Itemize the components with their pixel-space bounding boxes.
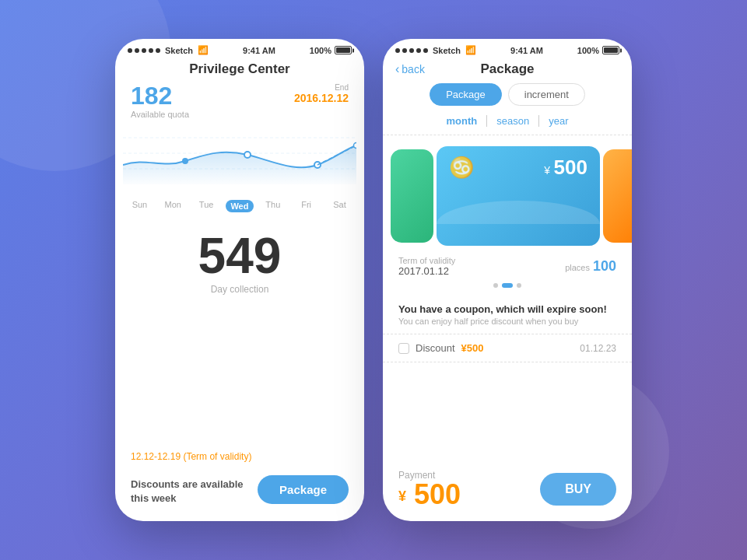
validity-label: Term of validity: [398, 256, 455, 265]
svg-point-7: [354, 143, 357, 149]
discount-left: Discount ¥500: [398, 342, 484, 354]
big-number: 549: [115, 231, 364, 281]
dot-2-active: [502, 283, 513, 288]
day-mon: Mon: [159, 200, 187, 212]
day-fri: Fri: [293, 200, 321, 212]
back-button[interactable]: ‹ back: [395, 62, 425, 76]
places-label: places: [565, 263, 590, 272]
day-wed[interactable]: Wed: [226, 200, 254, 212]
period-year[interactable]: year: [539, 115, 577, 127]
card-price: 500: [554, 156, 587, 179]
card-wave: [437, 201, 600, 224]
card-price-display: ¥ 500: [544, 156, 587, 180]
carousel-dots: [383, 283, 632, 296]
time-right: 9:41 AM: [510, 46, 543, 55]
quota-label: Available quota: [131, 110, 189, 119]
time-left: 9:41 AM: [243, 46, 275, 55]
chart-area: [115, 122, 364, 200]
places-count: 100: [593, 258, 616, 275]
back-chevron-icon: ‹: [395, 62, 399, 76]
chart-days: Sun Mon Tue Wed Thu Fri Sat: [115, 200, 364, 212]
period-season[interactable]: season: [487, 115, 539, 127]
payment-price-display: ¥ 500: [398, 481, 461, 509]
validity-date: 2017.01.12: [398, 265, 455, 277]
svg-point-3: [182, 158, 188, 164]
validity-section: Term of validity 2017.01.12: [398, 256, 455, 277]
right-phone: Sketch 📶 9:41 AM 100% ‹ back Package Pac…: [383, 39, 632, 521]
dot-1: [493, 283, 498, 288]
card-carousel: ♋ ¥ 500: [383, 135, 632, 256]
page-title-left: Privilege Center: [115, 58, 364, 83]
back-label: back: [402, 63, 425, 75]
app-name-right: Sketch: [433, 46, 461, 55]
payment-amount: 500: [414, 478, 461, 510]
right-screen-content: ‹ back Package Package increment month s…: [383, 58, 632, 521]
discount-date: 01.12.23: [580, 343, 616, 354]
battery-icon-right: [602, 46, 619, 54]
coupon-title: You have a coupon, which will expire soo…: [398, 303, 616, 315]
card-blue[interactable]: ♋ ¥ 500: [437, 146, 600, 246]
day-sun: Sun: [125, 200, 153, 212]
day-tue: Tue: [192, 200, 220, 212]
coupon-section: You have a coupon, which will expire soo…: [383, 296, 632, 334]
wifi-icon: 📶: [198, 45, 209, 55]
nav-title-right: Package: [481, 61, 535, 77]
signal-dots: [128, 48, 160, 53]
tab-increment[interactable]: increment: [508, 83, 585, 106]
status-bar-right: Sketch 📶 9:41 AM 100%: [383, 39, 632, 58]
payment-footer: Payment ¥ 500 BUY: [383, 460, 632, 521]
payment-currency: ¥: [398, 488, 406, 504]
discount-row: Discount ¥500 01.12.23: [383, 334, 632, 362]
left-phone: Sketch 📶 9:41 AM 100% Privilege Center 1…: [115, 39, 364, 521]
card-top: ♋ ¥ 500: [449, 156, 587, 180]
end-label: End: [294, 83, 349, 92]
svg-point-4: [244, 152, 251, 158]
battery-text-left: 100%: [310, 46, 331, 55]
battery-text-right: 100%: [577, 46, 599, 55]
tab-group: Package increment: [383, 83, 632, 115]
day-thu: Thu: [259, 200, 287, 212]
buy-button[interactable]: BUY: [540, 473, 616, 506]
package-button[interactable]: Package: [258, 475, 349, 504]
discount-checkbox[interactable]: [398, 343, 409, 354]
end-date: 2016.12.12: [294, 92, 349, 104]
card-validity-row: Term of validity 2017.01.12 places 100: [383, 256, 632, 283]
wifi-icon-right: 📶: [465, 45, 476, 55]
payment-info: Payment ¥ 500: [398, 470, 461, 509]
battery-icon-left: [335, 46, 352, 54]
app-name-left: Sketch: [165, 46, 193, 55]
bottom-bar-left: Discounts are availablethis week Package: [115, 465, 364, 521]
discount-text: Discounts are availablethis week: [131, 478, 244, 506]
card-green[interactable]: [391, 149, 433, 243]
dot-3: [517, 283, 521, 288]
period-month[interactable]: month: [437, 115, 488, 127]
left-screen-content: Privilege Center 182 Available quota End…: [115, 58, 364, 521]
validity-text: 12.12-12.19 (Term of validity): [131, 451, 349, 462]
card-currency: ¥: [544, 164, 550, 177]
day-sat: Sat: [325, 200, 353, 212]
card-orange[interactable]: [603, 149, 632, 243]
big-number-label: Day collection: [115, 284, 364, 295]
tab-package[interactable]: Package: [430, 83, 502, 106]
coupon-sub: You can enjoy half price discount when y…: [398, 317, 616, 326]
signal-dots-right: [395, 48, 428, 53]
places-section: places 100: [565, 258, 616, 275]
status-bar-left: Sketch 📶 9:41 AM 100%: [115, 39, 364, 58]
discount-label: Discount: [416, 342, 455, 354]
stats-row: 182 Available quota End 2016.12.12: [115, 83, 364, 119]
card-icon: ♋: [449, 156, 474, 180]
period-tabs: month season year: [383, 115, 632, 135]
nav-bar-right: ‹ back Package: [383, 58, 632, 83]
validity-row: 12.12-12.19 (Term of validity): [115, 442, 364, 465]
discount-amount: ¥500: [461, 342, 484, 354]
big-number-area: 549 Day collection: [115, 219, 364, 301]
quota-number: 182: [131, 83, 189, 108]
